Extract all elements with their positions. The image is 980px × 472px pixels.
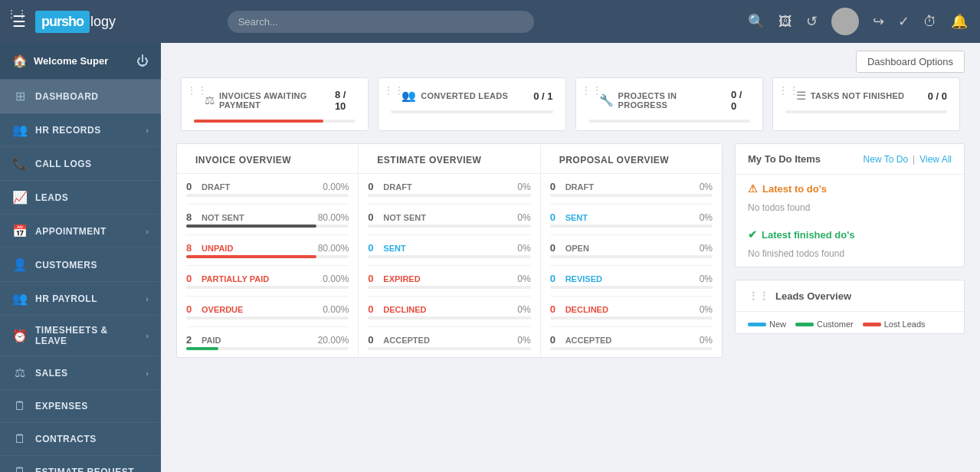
overview-row: 0 SENT 0% bbox=[368, 235, 530, 266]
ov-pct: 0% bbox=[497, 212, 531, 223]
legend-color bbox=[748, 323, 766, 326]
search-input[interactable] bbox=[228, 11, 534, 33]
search-bar[interactable] bbox=[228, 11, 534, 33]
bell-icon[interactable]: 🔔 bbox=[951, 13, 968, 30]
leads-overview-panel: ⋮⋮ Leads Overview New Customer Lost Lead… bbox=[735, 280, 965, 334]
avatar[interactable] bbox=[831, 8, 859, 35]
hr-records-icon: 👥 bbox=[12, 123, 28, 137]
sales-icon: ⚖ bbox=[12, 365, 28, 380]
ov-label: EXPIRED bbox=[383, 274, 491, 284]
sidebar-item-hr-payroll[interactable]: 👥 HR PAYROLL › bbox=[0, 282, 161, 316]
top-navigation: ☰ pursho logy 🔍 🖼 ↺ ↪ ✓ ⏱ 🔔 bbox=[0, 0, 980, 43]
leads-overview-title: Leads Overview bbox=[775, 290, 851, 302]
todo-panel: My To Do Items New To Do | View All ⚠ La… bbox=[735, 143, 965, 267]
stat-card-value: 0 / 0 bbox=[928, 90, 947, 102]
sidebar-item-label: SALES bbox=[35, 368, 138, 379]
sidebar-item-contracts[interactable]: 🗒 CONTRACTS bbox=[0, 423, 161, 456]
ov-label: DRAFT bbox=[383, 182, 491, 192]
latest-todos-section: ⚠ Latest to do's bbox=[736, 175, 964, 199]
sidebar-user-info: 🏠 Welcome Super bbox=[12, 54, 108, 68]
ov-label: NOT SENT bbox=[202, 213, 310, 222]
sidebar-item-customers[interactable]: 👤 CUSTOMERS bbox=[0, 248, 161, 282]
sidebar-item-label: EXPENSES bbox=[35, 401, 149, 411]
ov-pct: 0% bbox=[678, 212, 713, 223]
overview-row: 0 SENT 0% bbox=[550, 205, 713, 235]
ov-count: 0 bbox=[368, 334, 379, 346]
search-icon[interactable]: 🔍 bbox=[748, 13, 765, 30]
overview-row: 0 DRAFT 0% bbox=[368, 174, 530, 205]
ov-count: 0 bbox=[550, 273, 561, 284]
ov-label: ACCEPTED bbox=[565, 336, 674, 345]
ov-label: UNPAID bbox=[202, 244, 310, 253]
sidebar-item-dashboard[interactable]: ⊞ DASHBOARD bbox=[0, 80, 161, 113]
no-todos-text: No todos found bbox=[736, 199, 964, 221]
overview-row: 0 OPEN 0% bbox=[550, 235, 713, 266]
sidebar-item-sales[interactable]: ⚖ SALES › bbox=[0, 356, 161, 390]
ov-bar-wrap bbox=[550, 316, 713, 320]
stat-card-value: 0 / 0 bbox=[731, 89, 750, 112]
user-icon: 🏠 bbox=[12, 54, 28, 68]
drag-handle-icon: ⋮⋮ bbox=[581, 84, 602, 97]
ov-bar-wrap bbox=[186, 194, 349, 197]
leads-icon: 📈 bbox=[12, 190, 28, 205]
ov-bar-wrap bbox=[186, 347, 349, 350]
dashboard-options-button[interactable]: Dashboard Options bbox=[856, 51, 965, 73]
ov-pct: 0% bbox=[678, 335, 713, 346]
sidebar-item-call-logs[interactable]: 📞 CALL LOGS bbox=[0, 147, 161, 181]
share-icon[interactable]: ↪ bbox=[873, 13, 884, 30]
dashboard-options-bar: Dashboard Options bbox=[161, 43, 980, 77]
ov-label: NOT SENT bbox=[383, 213, 491, 222]
stat-card-header: ⚖ INVOICES AWAITING PAYMENT 8 / 10 bbox=[194, 89, 356, 112]
contracts-icon: 🗒 bbox=[12, 432, 28, 446]
ov-bar-wrap bbox=[550, 194, 713, 197]
ov-pct: 20.00% bbox=[314, 335, 349, 346]
overview-row: 0 ACCEPTED 0% bbox=[368, 327, 530, 357]
sidebar-item-timesheets[interactable]: ⏰ TIMESHEETS & LEAVE › bbox=[0, 316, 161, 356]
clock-icon[interactable]: ⏱ bbox=[923, 14, 937, 30]
stat-card-label: TASKS NOT FINISHED bbox=[811, 91, 905, 100]
ov-count: 2 bbox=[186, 334, 197, 346]
overview-row: 0 NOT SENT 0% bbox=[368, 205, 530, 235]
ov-pct: 0% bbox=[678, 274, 713, 284]
ov-label: REVISED bbox=[565, 274, 674, 284]
overview-title: PROPOSAL OVERVIEW bbox=[541, 144, 722, 174]
legend-item: New bbox=[748, 320, 786, 329]
expenses-icon: 🗒 bbox=[12, 399, 28, 413]
stat-card-header: 🔧 PROJECTS IN PROGRESS 0 / 0 bbox=[588, 89, 750, 112]
sidebar-item-appointment[interactable]: 📅 APPOINTMENT › bbox=[0, 215, 161, 248]
ov-pct: 0% bbox=[678, 304, 713, 315]
logo-box[interactable]: pursho bbox=[35, 11, 90, 33]
history-icon[interactable]: ↺ bbox=[806, 13, 818, 30]
legend-color bbox=[863, 323, 881, 326]
sidebar-user: 🏠 Welcome Super ⏻ bbox=[0, 43, 161, 80]
ov-bar-wrap bbox=[186, 316, 349, 320]
ov-bar-wrap bbox=[368, 347, 530, 350]
new-todo-link[interactable]: New To Do bbox=[864, 154, 908, 165]
ov-count: 8 bbox=[186, 242, 197, 254]
ov-label: SENT bbox=[383, 244, 491, 253]
ov-bar-wrap bbox=[550, 225, 713, 228]
dashboard-icon: ⊞ bbox=[12, 89, 28, 103]
view-all-link[interactable]: View All bbox=[919, 154, 952, 165]
ov-bar-wrap bbox=[368, 225, 530, 228]
ov-bar-wrap bbox=[368, 316, 530, 320]
overview-row: 0 REVISED 0% bbox=[550, 266, 713, 297]
sidebar-item-expenses[interactable]: 🗒 EXPENSES bbox=[0, 390, 161, 423]
power-icon[interactable]: ⏻ bbox=[136, 54, 149, 68]
latest-todos-label: Latest to do's bbox=[762, 183, 827, 195]
ov-label: DRAFT bbox=[565, 182, 674, 192]
chevron-right-icon: › bbox=[146, 331, 149, 340]
sidebar-item-label: LEADS bbox=[35, 192, 149, 203]
right-panel: My To Do Items New To Do | View All ⚠ La… bbox=[735, 143, 965, 358]
ov-count: 0 bbox=[368, 273, 379, 284]
sidebar-item-estimate-request[interactable]: 🗒 ESTIMATE REQUEST bbox=[0, 456, 161, 472]
legend-label: Lost Leads bbox=[884, 320, 926, 329]
latest-finished-section: ✔ Latest finished do's bbox=[736, 221, 964, 245]
media-icon[interactable]: 🖼 bbox=[778, 14, 792, 30]
sidebar-item-leads[interactable]: 📈 LEADS bbox=[0, 181, 161, 215]
checkmark-icon[interactable]: ✓ bbox=[898, 13, 910, 30]
sidebar-item-hr-records[interactable]: 👥 HR RECORDS › bbox=[0, 113, 161, 147]
legend-color bbox=[795, 323, 814, 326]
overview-row: 8 UNPAID 80.00% bbox=[186, 235, 349, 266]
main-content: Dashboard Options ⋮⋮ ⚖ INVOICES AWAITING… bbox=[161, 43, 980, 472]
